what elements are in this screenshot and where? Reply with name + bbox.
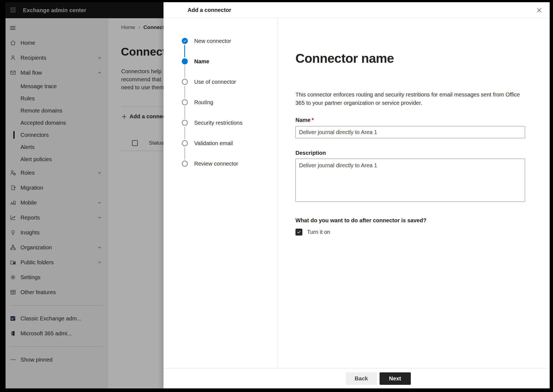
public-folders-icon [9,259,17,266]
organization-icon [9,244,17,251]
name-label-text: Name [295,117,310,123]
connector-description-textarea[interactable]: Deliver journal directly to Area 1 [295,159,525,202]
waffle-icon [10,7,16,14]
wizard-step-validation-email[interactable]: Validation email [182,133,277,153]
wizard-step-security-restrictions[interactable]: Security restrictions [182,113,277,133]
page-description: Connectors help recommend that need to u… [121,67,164,92]
settings-icon [9,274,17,281]
sidebar-item-label: Public folders [20,259,108,266]
sidebar-item-label: Settings [20,274,108,281]
exchange-logo-icon: E [9,315,17,322]
insights-icon [9,229,17,236]
other-features-icon [9,289,17,296]
sidebar-item-rules[interactable]: Rules [6,92,108,104]
name-field-label: Name* [295,117,528,123]
next-button[interactable]: Next [380,372,411,385]
wizard-steps: New connectorNameUse of connectorRouting… [163,18,278,368]
sidebar-item-message-trace[interactable]: Message trace [6,80,108,92]
sidebar-item-label: Recipients [20,55,108,61]
sidebar-item-label: Roles [20,170,108,176]
description-field-label: Description [295,150,528,156]
dialog-header: Add a connector [163,2,550,18]
sidebar-item-label: Message trace [20,83,108,90]
page-description-line: need to use them [121,83,164,92]
close-button[interactable] [535,6,544,15]
step-completed-dot [182,38,188,44]
step-upcoming-dot [182,120,188,126]
plus-icon [121,114,127,120]
chevron-down-icon [97,245,102,250]
sidebar-item-label: Connectors [20,132,108,138]
sidebar-item-label: Rules [20,95,108,102]
wizard-step-name[interactable]: Name [182,51,277,72]
person-icon [9,54,17,61]
turn-it-on-option[interactable]: Turn it on [295,229,528,236]
sidebar-item-roles[interactable]: Roles [6,165,108,180]
mail-icon [9,69,17,76]
select-all-checkbox[interactable] [132,140,138,146]
step-upcoming-dot [182,99,188,105]
sidebar-item-alerts[interactable]: Alerts [6,141,108,153]
sidebar-item-organization[interactable]: Organization [6,240,108,255]
chevron-down-icon [97,170,102,175]
sidebar-item-mail-flow[interactable]: Mail flow [6,65,108,80]
turn-it-on-label: Turn it on [307,229,330,235]
table-header-row: Status [132,140,164,146]
sidebar-item-insights[interactable]: Insights [6,225,108,240]
chevron-down-icon [97,200,102,205]
wizard-step-use-of-connector[interactable]: Use of connector [182,72,277,92]
sidebar-item-home[interactable]: Home [6,35,108,50]
sidebar-item-connectors[interactable]: Connectors [6,129,108,141]
sidebar-item-public-folders[interactable]: Public folders [6,255,108,270]
after-save-question: What do you want to do after connector i… [295,217,528,224]
sidebar-item-reports[interactable]: Reports [6,210,108,225]
chevron-down-icon [97,55,102,60]
sidebar-divider [10,305,104,305]
step-upcoming-dot [182,140,188,146]
page-description-line: recommend that [121,75,164,83]
ellipsis-icon [9,356,17,363]
checkmark-icon [297,230,301,234]
sidebar-item-classic-exchange-adm[interactable]: EClassic Exchange adm... [6,311,108,326]
sidebar-item-other-features[interactable]: Other features [6,285,108,300]
dialog-body: New connectorNameUse of connectorRouting… [163,18,550,368]
step-page-description: This connector enforces routing and secu… [295,90,528,107]
roles-icon [9,169,17,176]
wizard-step-new-connector[interactable]: New connector [182,31,277,51]
back-button[interactable]: Back [346,372,377,385]
sidebar-item-show-pinned[interactable]: Show pinned [6,352,108,367]
wizard-step-routing[interactable]: Routing [182,92,277,113]
sidebar-item-label: Remote domains [20,108,108,114]
sidebar-item-label: Accepted domains [20,120,108,126]
turn-it-on-checkbox[interactable] [295,229,302,236]
sidebar-item-label: Alerts [20,144,108,150]
migration-icon [9,184,17,191]
dialog-footer: Back Next [163,368,550,388]
step-page-title: Connector name [295,51,528,66]
sidebar-item-remote-domains[interactable]: Remote domains [6,104,108,117]
required-marker: * [311,117,314,123]
svg-text:E: E [11,317,13,320]
sidebar-item-mobile[interactable]: Mobile [6,195,108,210]
sidebar-item-recipients[interactable]: Recipients [6,50,108,65]
sidebar-item-microsoft-365-admi[interactable]: Microsoft 365 admi... [6,326,108,341]
app-title: Exchange admin center [23,7,86,14]
wizard-step-label: Validation email [194,140,233,147]
nav-collapse-button[interactable] [7,23,18,34]
wizard-step-label: New connector [194,38,231,44]
app-launcher-button[interactable] [7,4,19,16]
wizard-step-review-connector[interactable]: Review connector [182,153,277,174]
screen: Exchange admin center HomeRecipientsMail… [6,2,550,388]
sidebar-item-accepted-domains[interactable]: Accepted domains [6,117,108,129]
sidebar-item-migration[interactable]: Migration [6,180,108,195]
chevron-down-icon [97,260,102,265]
breadcrumb-home-link[interactable]: Home [121,24,135,30]
wizard-step-label: Routing [194,99,213,106]
sidebar-item-label: Reports [20,215,108,221]
breadcrumb-separator-icon: › [139,25,140,30]
sidebar-item-label: Mobile [20,200,108,206]
connector-name-input[interactable] [295,126,525,138]
sidebar-item-label: Other features [20,289,108,296]
sidebar-item-alert-policies[interactable]: Alert policies [6,153,108,165]
sidebar-item-settings[interactable]: Settings [6,270,108,285]
